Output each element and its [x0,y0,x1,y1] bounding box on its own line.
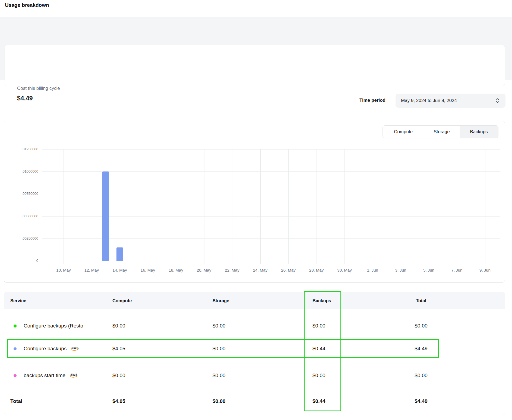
cost-cycle-label: Cost this billing cycle [17,86,60,91]
x-gridline [176,149,176,264]
usage-bar[interactable] [102,171,109,261]
cost-cycle-value: $4.49 [17,95,33,102]
total-value: $4.49 [399,346,443,352]
x-gridline [120,149,120,264]
service-cell: Configure backups (Resto [14,323,83,329]
x-axis-tick-label: 18. May [162,268,190,273]
x-gridline [401,149,401,264]
col-header-total: Total [399,298,443,303]
aws-icon: aws [71,346,80,352]
x-gridline [260,149,261,264]
service-name: backups start time [24,373,65,378]
x-axis-tick-label: 24. May [246,268,274,273]
x-gridline [64,149,64,264]
x-axis-tick-label: 3. Jun [387,268,415,273]
x-axis-tick-label: 10. May [49,268,78,273]
service-color-dot [14,347,17,350]
cost-summary-card: Cost this billing cycle $4.49 [5,45,505,86]
service-color-dot [14,374,17,377]
x-gridline [345,149,345,264]
x-axis-tick-label: 20. May [190,268,218,273]
x-gridline [288,149,289,264]
x-axis-tick-label: 1. Jun [359,268,387,273]
col-header-storage: Storage [213,298,229,303]
table-row[interactable]: Configure backupsaws$4.05$0.00$0.44$4.49 [4,340,505,357]
y-axis-tick-label: .00250000 [4,236,38,241]
svg-text:aws: aws [71,346,79,350]
tab-storage[interactable]: Storage [424,126,459,138]
backups-value: $0.00 [312,323,325,329]
usage-chart-card: ComputeStorageBackups .01250000.01000000… [4,121,505,283]
total-row-storage: $0.00 [213,398,226,404]
table-row[interactable]: backups start timeaws$0.00$0.00$0.00$0.0… [4,367,505,384]
x-gridline [92,149,92,264]
usage-bar[interactable] [116,247,123,261]
service-color-dot [14,324,17,327]
storage-value: $0.00 [213,323,226,329]
y-gridline [42,216,500,217]
x-gridline [457,149,457,264]
total-value: $0.00 [399,323,443,329]
y-axis-tick-label: .01000000 [4,169,38,174]
x-axis-tick-label: 5. Jun [415,268,443,273]
chart-metric-tabs: ComputeStorageBackups [383,125,498,138]
storage-value: $0.00 [213,373,226,378]
x-gridline [429,149,429,264]
chevron-up-down-icon [496,98,500,104]
usage-table: Service Compute Storage Backups Total Co… [4,292,505,415]
y-gridline [42,238,500,239]
x-axis-tick-label: 7. Jun [443,268,471,273]
y-axis-tick-label: .00750000 [4,191,38,196]
y-gridline [42,194,500,194]
table-header-row: Service Compute Storage Backups Total [4,292,505,309]
total-row-total: $4.49 [399,398,443,404]
y-gridline [42,149,500,149]
col-header-compute: Compute [112,298,132,303]
compute-value: $4.05 [112,346,125,352]
x-axis-tick-label: 22. May [218,268,246,273]
x-gridline [485,149,485,264]
tab-compute[interactable]: Compute [383,126,424,138]
y-axis-tick-label: .00500000 [4,214,38,219]
compute-value: $0.00 [112,373,125,378]
service-cell: Configure backupsaws [14,346,80,352]
summary-band: Cost this billing cycle $4.49 [0,17,512,80]
total-row-compute: $4.05 [112,398,125,404]
y-axis-tick-label: .01250000 [4,147,38,152]
time-period-select[interactable]: May 9, 2024 to Jun 8, 2024 [396,94,505,108]
table-total-row: Total $4.05 $0.00 $0.44 $4.49 [4,393,505,410]
x-axis-tick-label: 26. May [274,268,302,273]
x-axis-tick-label: 16. May [134,268,162,273]
col-header-service: Service [10,298,26,303]
x-gridline [373,149,373,264]
storage-value: $0.00 [213,346,226,352]
total-row-backups: $0.44 [312,398,325,404]
x-axis-tick-label: 28. May [302,268,331,273]
time-period-value: May 9, 2024 to Jun 8, 2024 [401,98,496,103]
x-axis-tick-label: 30. May [330,268,359,273]
y-axis-tick-label: 0 [4,258,38,263]
x-gridline [232,149,232,264]
service-name: Configure backups (Resto [24,323,83,329]
svg-text:aws: aws [70,373,78,377]
backups-value: $0.44 [312,346,325,352]
x-axis-tick-label: 12. May [78,268,106,273]
x-axis-tick-label: 14. May [106,268,134,273]
service-cell: backups start timeaws [14,373,78,378]
total-row-label: Total [10,398,22,404]
x-gridline [317,149,317,264]
y-gridline [42,261,500,261]
backups-value: $0.00 [312,373,325,378]
table-row[interactable]: Configure backups (Resto$0.00$0.00$0.00$… [4,317,505,334]
compute-value: $0.00 [112,323,125,329]
col-header-backups: Backups [312,298,331,303]
page-title: Usage breakdown [5,2,49,8]
x-gridline [148,149,148,264]
total-value: $0.00 [399,373,443,378]
tab-backups[interactable]: Backups [460,126,498,138]
time-period-label: Time period [337,97,385,104]
y-gridline [42,171,500,172]
service-name: Configure backups [24,346,67,352]
x-axis-tick-label: 9. Jun [471,268,499,273]
x-gridline [204,149,204,264]
